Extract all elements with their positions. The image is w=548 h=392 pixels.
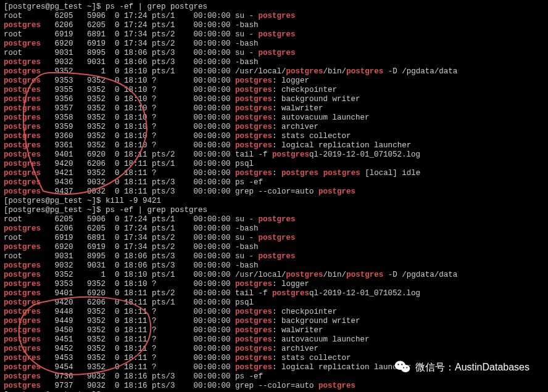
ps-row: postgres 9737 9032 0 18:16 pts/3 00:00:0…	[4, 382, 544, 391]
ps-row: postgres 9358 9352 0 18:10 ? 00:00:00 po…	[4, 113, 544, 123]
ps-row: postgres 9401 6920 0 18:11 pts/2 00:00:0…	[4, 289, 544, 298]
ps-row: postgres 6920 6919 0 17:34 pts/2 00:00:0…	[4, 243, 544, 252]
prompt-line: [postgres@pg_test ~]$ ps -ef | grep post…	[4, 206, 544, 215]
ps-row: postgres 6206 6205 0 17:24 pts/1 00:00:0…	[4, 224, 544, 234]
shell-prompt: [postgres@pg_test ~]$	[4, 2, 106, 11]
ps-row: postgres 9736 9032 0 18:16 pts/3 00:00:0…	[4, 372, 544, 382]
ps-row: root 6919 6891 0 17:34 pts/2 00:00:00 su…	[4, 234, 544, 243]
shell-prompt: [postgres@pg_test ~]$	[4, 197, 106, 205]
ps-row: postgres 9360 9352 0 18:10 ? 00:00:00 po…	[4, 132, 544, 141]
ps-row: postgres 9032 9031 0 18:06 pts/3 00:00:0…	[4, 58, 544, 67]
ps-row: postgres 9401 6920 0 18:11 pts/2 00:00:0…	[4, 150, 544, 160]
ps-row: postgres 9356 9352 0 18:10 ? 00:00:00 po…	[4, 95, 544, 104]
ps-row: postgres 9452 9352 0 18:11 ? 00:00:00 po…	[4, 345, 544, 354]
wechat-icon	[394, 360, 410, 374]
ps-row: postgres 9450 9352 0 18:11 ? 00:00:00 po…	[4, 326, 544, 335]
ps-row: postgres 9352 1 0 18:10 pts/1 00:00:00 /…	[4, 67, 544, 76]
shell-prompt: [postgres@pg_test ~]$	[4, 206, 106, 214]
terminal[interactable]: [postgres@pg_test ~]$ ps -ef | grep post…	[4, 2, 544, 392]
ps-row: postgres 6206 6205 0 17:24 pts/1 00:00:0…	[4, 21, 544, 30]
ps-row: postgres 9421 9352 0 18:11 ? 00:00:00 po…	[4, 169, 544, 178]
ps-row: postgres 9420 6206 0 18:11 pts/1 00:00:0…	[4, 160, 544, 169]
ps-row: root 6205 5906 0 17:24 pts/1 00:00:00 su…	[4, 215, 544, 224]
ps-row: postgres 9449 9352 0 18:11 ? 00:00:00 po…	[4, 317, 544, 326]
ps-row: postgres 9352 1 0 18:10 pts/1 00:00:00 /…	[4, 271, 544, 280]
watermark: 微信号：AustinDatabases	[394, 360, 529, 374]
ps-row: postgres 9357 9352 0 18:10 ? 00:00:00 po…	[4, 104, 544, 113]
svg-point-1	[401, 365, 410, 372]
ps-row: postgres 9420 6206 0 18:11 pts/1 00:00:0…	[4, 298, 544, 308]
ps-row: postgres 9355 9352 0 18:10 ? 00:00:00 po…	[4, 86, 544, 95]
ps-row: postgres 9361 9352 0 18:10 ? 00:00:00 po…	[4, 141, 544, 150]
ps-row: postgres 9032 9031 0 18:06 pts/3 00:00:0…	[4, 261, 544, 271]
watermark-text: 微信号：AustinDatabases	[415, 362, 529, 372]
ps-row: postgres 9359 9352 0 18:10 ? 00:00:00 po…	[4, 123, 544, 132]
ps-row: postgres 6920 6919 0 17:34 pts/2 00:00:0…	[4, 39, 544, 49]
svg-point-3	[401, 364, 402, 365]
ps-row: postgres 9437 9032 0 18:11 pts/3 00:00:0…	[4, 187, 544, 197]
ps-row: postgres 9436 9032 0 18:11 pts/3 00:00:0…	[4, 178, 544, 187]
ps-row: postgres 9353 9352 0 18:10 ? 00:00:00 po…	[4, 280, 544, 289]
shell-command: kill -9 9421	[106, 197, 161, 205]
prompt-line: [postgres@pg_test ~]$ kill -9 9421	[4, 197, 544, 206]
shell-command: ps -ef | grep postgres	[106, 206, 207, 214]
prompt-line: [postgres@pg_test ~]$ ps -ef | grep post…	[4, 2, 544, 12]
ps-row: root 6205 5906 0 17:24 pts/1 00:00:00 su…	[4, 12, 544, 21]
ps-row: root 9031 8995 0 18:06 pts/3 00:00:00 su…	[4, 49, 544, 58]
ps-row: postgres 9448 9352 0 18:11 ? 00:00:00 po…	[4, 308, 544, 317]
svg-point-5	[406, 367, 407, 369]
ps-row: root 6919 6891 0 17:34 pts/2 00:00:00 su…	[4, 30, 544, 39]
ps-row: postgres 9451 9352 0 18:11 ? 00:00:00 po…	[4, 335, 544, 345]
svg-point-4	[403, 367, 404, 369]
shell-command: ps -ef | grep postgres	[106, 2, 207, 11]
ps-row: root 9031 8995 0 18:06 pts/3 00:00:00 su…	[4, 252, 544, 261]
svg-point-2	[397, 364, 399, 365]
ps-row: postgres 9353 9352 0 18:10 ? 00:00:00 po…	[4, 76, 544, 86]
